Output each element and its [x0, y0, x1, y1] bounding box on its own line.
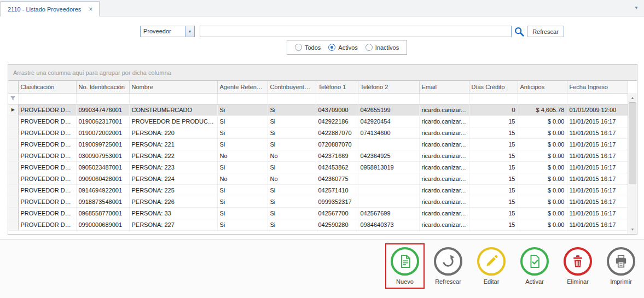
cell[interactable]: 0990347476001	[76, 104, 129, 115]
cell[interactable]: 11/01/2015 16:17	[567, 127, 628, 138]
cell[interactable]	[358, 138, 419, 150]
cell[interactable]: 15	[469, 219, 518, 230]
cell[interactable]: ricardo.canizar...	[419, 161, 469, 173]
column-header-5[interactable]: Teléfono 1	[316, 81, 358, 93]
cell[interactable]: Si	[217, 115, 268, 127]
cell[interactable]: 0909060428001	[76, 173, 129, 184]
table-row[interactable]: PROVEEDOR DE ...0918873548001PERSONA: 22…	[8, 196, 628, 207]
cell[interactable]: 0	[469, 104, 518, 115]
filter-cell-6[interactable]	[358, 93, 419, 104]
cell[interactable]: $ 0.00	[518, 219, 567, 230]
activar-button[interactable]: Activar	[519, 247, 550, 285]
cell[interactable]: $ 0.00	[518, 196, 567, 207]
cell[interactable]: Si	[217, 207, 268, 219]
cell[interactable]: PROVEEDOR DE ...	[18, 104, 76, 115]
cell[interactable]	[358, 173, 419, 184]
cell[interactable]: 11/01/2015 16:17	[567, 207, 628, 219]
cell[interactable]: Si	[217, 161, 268, 173]
table-row[interactable]: PROVEEDOR DE ...0300907953001PERSONA: 22…	[8, 150, 628, 161]
cell[interactable]: Si	[268, 104, 316, 115]
column-header-1[interactable]: No. Identificación	[76, 81, 129, 93]
table-row[interactable]: PROVEEDOR DE ...0190099725001PERSONA: 22…	[8, 138, 628, 150]
refrescar-button[interactable]: Refrescar	[432, 247, 464, 285]
cell[interactable]: No	[217, 150, 268, 161]
cell[interactable]: 074134600	[358, 127, 419, 138]
cell[interactable]: 11/01/2015 16:17	[567, 115, 628, 127]
cell[interactable]: $ 0.00	[518, 207, 567, 219]
filter-cell-9[interactable]	[518, 93, 567, 104]
table-row[interactable]: PROVEEDOR DE ...0190062317001PROVEEDOR D…	[8, 115, 628, 127]
column-header-3[interactable]: Agente Retención	[217, 81, 268, 93]
scroll-thumb[interactable]	[629, 102, 636, 184]
cell[interactable]: ricardo.canizar...	[419, 184, 469, 196]
cell[interactable]: 15	[469, 127, 518, 138]
cell[interactable]: 042920454	[358, 115, 419, 127]
search-field-selector[interactable]: Proveedor ▼	[140, 26, 195, 37]
cell[interactable]: 15	[469, 173, 518, 184]
cell[interactable]: 042567700	[316, 207, 358, 219]
eliminar-button[interactable]: Eliminar	[562, 247, 594, 285]
cell[interactable]: 0914694922001	[76, 184, 129, 196]
column-header-10[interactable]: Fecha Ingreso	[567, 81, 628, 93]
search-input[interactable]	[200, 26, 512, 37]
table-row[interactable]: PROVEEDOR DE ...0914694922001PERSONA: 22…	[8, 184, 628, 196]
cell[interactable]: 15	[469, 115, 518, 127]
cell[interactable]: 15	[469, 196, 518, 207]
table-row[interactable]: PROVEEDOR DE ...0190072002001PERSONA: 22…	[8, 127, 628, 138]
cell[interactable]: ricardo.canizar...	[419, 219, 469, 230]
cell[interactable]: 0905023487001	[76, 161, 129, 173]
filter-cell-10[interactable]	[567, 93, 628, 104]
cell[interactable]: No	[268, 150, 316, 161]
tab-close-icon[interactable]: ×	[89, 6, 92, 13]
cell[interactable]: 01/01/2009 12:00	[567, 104, 628, 115]
cell[interactable]: 0990000689001	[76, 219, 129, 230]
filter-cell-4[interactable]	[268, 93, 316, 104]
cell[interactable]: 15	[469, 138, 518, 150]
cell[interactable]: 11/01/2015 16:17	[567, 138, 628, 150]
cell[interactable]: PROVEEDOR DE ...	[18, 184, 76, 196]
cell[interactable]: CONSTRUMERCADO	[129, 104, 217, 115]
cell[interactable]: 11/01/2015 16:17	[567, 184, 628, 196]
cell[interactable]: ricardo.canizar...	[419, 196, 469, 207]
cell[interactable]: PROVEEDOR DE PRODUCTOS ...	[129, 115, 217, 127]
cell[interactable]: 042364925	[358, 150, 419, 161]
cell[interactable]: $ 0.00	[518, 127, 567, 138]
radio-todos[interactable]: Todos	[295, 44, 321, 51]
cell[interactable]: No	[268, 173, 316, 184]
table-row[interactable]: PROVEEDOR DE ...0909060428001PERSONA: 22…	[8, 173, 628, 184]
cell[interactable]: 043709000	[316, 104, 358, 115]
cell[interactable]: Si	[217, 219, 268, 230]
filter-cell-1[interactable]	[76, 93, 129, 104]
radio-inactivos[interactable]: Inactivos	[365, 44, 399, 51]
cell[interactable]: Si	[217, 196, 268, 207]
cell[interactable]: $ 0.00	[518, 115, 567, 127]
cell[interactable]: 0968558770001	[76, 207, 129, 219]
cell[interactable]: 11/01/2015 16:17	[567, 161, 628, 173]
group-by-panel[interactable]: Arrastre una columna aquí para agrupar p…	[8, 65, 637, 81]
cell[interactable]: Si	[217, 127, 268, 138]
cell[interactable]: Si	[268, 196, 316, 207]
column-header-0[interactable]: Clasificación	[18, 81, 76, 93]
combo-dropdown-icon[interactable]: ▼	[185, 26, 194, 37]
cell[interactable]: ricardo.canizar...	[419, 138, 469, 150]
cell[interactable]: 042571410	[316, 184, 358, 196]
nuevo-button[interactable]: Nuevo	[389, 247, 421, 285]
cell[interactable]: Si	[268, 138, 316, 150]
cell[interactable]: PERSONA: 220	[129, 127, 217, 138]
filter-cell-5[interactable]	[316, 93, 358, 104]
column-header-2[interactable]: Nombre	[129, 81, 217, 93]
column-header-4[interactable]: Contribuyente ...	[268, 81, 316, 93]
cell[interactable]: PERSONA: 225	[129, 184, 217, 196]
cell[interactable]: PROVEEDOR DE ...	[18, 115, 76, 127]
column-header-7[interactable]: Email	[419, 81, 469, 93]
cell[interactable]: PROVEEDOR DE ...	[18, 207, 76, 219]
cell[interactable]: 0190099725001	[76, 138, 129, 150]
cell[interactable]	[358, 196, 419, 207]
cell[interactable]: 042360775	[316, 173, 358, 184]
cell[interactable]: $ 0.00	[518, 184, 567, 196]
cell[interactable]: 042922186	[316, 115, 358, 127]
table-row[interactable]: ▶PROVEEDOR DE ...0990347476001CONSTRUMER…	[8, 104, 628, 115]
cell[interactable]: 0918873548001	[76, 196, 129, 207]
cell[interactable]: 11/01/2015 16:17	[567, 219, 628, 230]
table-row[interactable]: PROVEEDOR DE ...0905023487001PERSONA: 22…	[8, 161, 628, 173]
